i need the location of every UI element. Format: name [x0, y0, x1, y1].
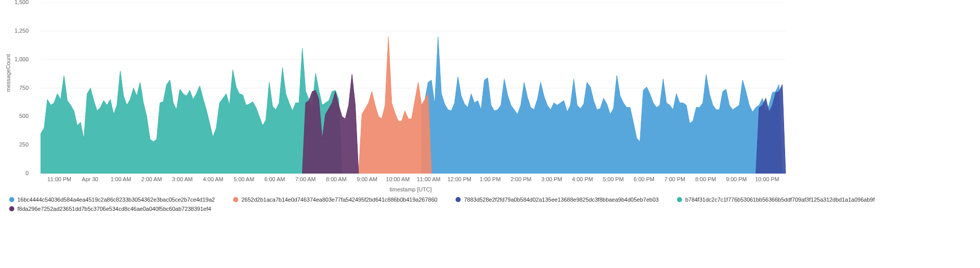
legend-label: f8da296e7252ad23651dd7b5c3706e534cd8c46a… [17, 206, 211, 212]
x-tick: Apr 30 [82, 176, 98, 182]
legend-swatch [456, 197, 461, 202]
legend-label: 16bc4444c54036d584a4ea4519c2a86c8233b305… [17, 197, 215, 203]
x-tick: 9:00 AM [357, 176, 377, 182]
x-tick: 12:00 PM [447, 176, 471, 182]
legend-swatch [9, 197, 14, 202]
legend-swatch [233, 197, 238, 202]
x-axis-label: timestamp [UTC] [31, 186, 791, 192]
x-tick: 11:00 PM [47, 176, 71, 182]
y-tick: 1,500 [14, 0, 29, 5]
x-tick: 5:00 AM [234, 176, 254, 182]
legend-label: 7883d528e2f2fd79a0b584d02a135ee13688e982… [464, 197, 659, 203]
legend-item[interactable]: 7883d528e2f2fd79a0b584d02a135ee13688e982… [456, 197, 659, 203]
legend-item[interactable]: 16bc4444c54036d584a4ea4519c2a86c8233b305… [9, 197, 215, 203]
plot-area[interactable] [31, 3, 791, 174]
area-svg [31, 3, 791, 174]
x-tick: 4:00 PM [572, 176, 593, 182]
series-s5_purple [303, 75, 359, 174]
x-tick: 3:00 AM [172, 176, 192, 182]
series-s2_orange [359, 37, 432, 174]
y-tick: 500 [14, 113, 29, 119]
x-tick: 11:00 AM [417, 176, 440, 182]
x-tick: 10:00 AM [386, 176, 410, 182]
series-s4_teal [41, 48, 342, 174]
y-tick: 0 [14, 170, 29, 176]
legend-item[interactable]: 2652d2b1aca7b14e0d746374ea803e77fa542495… [233, 197, 437, 203]
x-tick: 8:00 PM [695, 176, 716, 182]
x-tick: 6:00 PM [634, 176, 655, 182]
legend-label: 2652d2b1aca7b14e0d746374ea803e77fa542495… [241, 197, 437, 203]
y-axis-label: messageCount [5, 54, 11, 92]
x-tick: 10:00 PM [755, 176, 779, 182]
x-tick: 2:00 PM [511, 176, 532, 182]
y-tick: 250 [14, 141, 29, 148]
x-tick: 9:00 PM [726, 176, 747, 182]
x-tick: 1:00 AM [111, 176, 131, 182]
x-tick: 2:00 AM [141, 176, 162, 182]
legend-item[interactable]: b784f31dc2c7c1f776b53061bb56366b5ddf709a… [677, 197, 874, 203]
legend-label: b784f31dc2c7c1f776b53061bb56366b5ddf709a… [685, 197, 874, 203]
x-tick: 1:00 PM [480, 176, 500, 182]
legend-swatch [9, 206, 14, 211]
series-s1_blue [421, 37, 782, 174]
y-tick: 1,250 [14, 28, 29, 34]
y-tick: 750 [14, 85, 29, 91]
x-tick: 4:00 AM [203, 176, 223, 182]
chart-container: messageCount timestamp [UTC] 16bc4444c54… [0, 0, 980, 268]
x-tick: 5:00 PM [603, 176, 624, 182]
legend-item[interactable]: f8da296e7252ad23651dd7b5c3706e534cd8c46a… [9, 206, 211, 212]
y-tick: 1,000 [14, 56, 29, 62]
x-tick: 7:00 AM [295, 176, 316, 182]
x-tick: 8:00 AM [326, 176, 346, 182]
legend-swatch [677, 197, 682, 202]
legend: 16bc4444c54036d584a4ea4519c2a86c8233b305… [9, 197, 968, 212]
x-tick: 7:00 PM [664, 176, 685, 182]
x-tick: 6:00 AM [264, 176, 285, 182]
x-tick: 3:00 PM [541, 176, 562, 182]
